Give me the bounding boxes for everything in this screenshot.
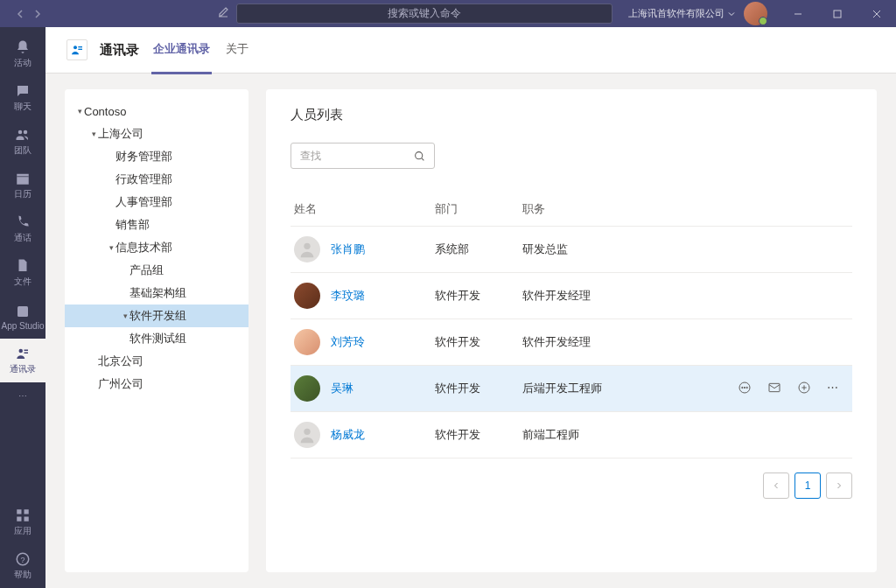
svg-rect-26 (769, 383, 780, 391)
people-table: 姓名 部门 职务 张肖鹏系统部研发总监李玟璐软件开发软件开发经理刘芳玲软件开发软… (290, 192, 852, 458)
tree-node-label: 上海公司 (98, 126, 144, 142)
people-panel: 人员列表 查找 姓名 部门 职务 张肖鹏系统部研发总监李玟璐软件开发软件开发经理… (266, 89, 877, 572)
page-next-button[interactable] (826, 472, 852, 499)
org-name-label: 上海讯首软件有限公司 (628, 7, 724, 20)
compose-icon[interactable] (217, 6, 229, 22)
person-name-link[interactable]: 张肖鹏 (331, 242, 365, 257)
table-row[interactable]: 李玟璐软件开发软件开发经理 (290, 273, 852, 319)
app-icon (66, 39, 88, 60)
person-dept: 系统部 (435, 242, 522, 257)
tree-node-label: 广州公司 (98, 376, 144, 392)
nav-forward-icon[interactable] (33, 6, 42, 22)
rail-calendar[interactable]: 日历 (0, 164, 46, 207)
tab-header: 通讯录 企业通讯录 关于 (46, 27, 896, 74)
app-rail: 活动 聊天 团队 日历 通话 文件 App Studio 通讯录 ⋯ 应用 ?帮… (0, 27, 46, 588)
people-search-input[interactable]: 查找 (290, 143, 435, 169)
user-avatar[interactable] (744, 2, 767, 25)
tree-node[interactable]: 产品组 (65, 259, 248, 282)
tree-node-label: 财务管理部 (116, 149, 172, 164)
rail-apps[interactable]: 应用 (0, 500, 46, 544)
svg-line-20 (422, 158, 424, 159)
person-name-link[interactable]: 刘芳玲 (331, 334, 365, 350)
rail-more[interactable]: ⋯ (0, 382, 46, 409)
person-dept: 软件开发 (435, 381, 522, 396)
tree-node-label: Contoso (84, 105, 126, 118)
mail-icon[interactable] (767, 381, 781, 397)
tree-node[interactable]: 北京公司 (65, 350, 248, 373)
person-role: 软件开发经理 (522, 334, 852, 350)
window-close-button[interactable] (857, 0, 896, 27)
tree-node[interactable]: ▾Contoso (65, 100, 248, 122)
tree-node[interactable]: 行政管理部 (65, 168, 248, 191)
col-role: 职务 (522, 201, 852, 217)
titlebar: 搜索或键入命令 上海讯首软件有限公司 (0, 0, 896, 27)
person-name-link[interactable]: 吴琳 (331, 381, 354, 396)
person-name-link[interactable]: 杨威龙 (331, 427, 365, 443)
svg-point-2 (18, 130, 23, 135)
chat-icon[interactable] (738, 381, 752, 397)
tree-node-label: 销售部 (116, 217, 150, 233)
svg-rect-6 (18, 306, 28, 317)
tree-caret-icon: ▾ (89, 130, 98, 138)
tree-node-label: 软件测试组 (130, 331, 186, 346)
person-name-link[interactable]: 李玟璐 (331, 288, 365, 304)
svg-rect-13 (24, 517, 29, 522)
search-icon (414, 150, 425, 162)
add-icon[interactable] (797, 381, 811, 397)
window-minimize-button[interactable] (778, 0, 817, 27)
rail-contacts[interactable]: 通讯录 (0, 339, 46, 382)
window-maximize-button[interactable] (817, 0, 857, 27)
tree-node[interactable]: 销售部 (65, 214, 248, 236)
tab-about[interactable]: 关于 (224, 26, 250, 74)
col-name: 姓名 (290, 201, 435, 217)
tree-node[interactable]: 软件测试组 (65, 327, 248, 350)
nav-back-icon[interactable] (16, 6, 24, 22)
more-icon[interactable]: ⋯ (827, 381, 840, 397)
rail-help[interactable]: ?帮助 (0, 544, 46, 588)
table-row[interactable]: 吴琳软件开发后端开发工程师⋯ (290, 366, 852, 412)
rail-activity[interactable]: 活动 (0, 32, 46, 76)
tree-node[interactable]: ▾上海公司 (65, 122, 248, 145)
person-role: 软件开发经理 (522, 288, 852, 304)
tree-caret-icon: ▾ (75, 107, 84, 116)
rail-teams[interactable]: 团队 (0, 120, 46, 164)
table-row[interactable]: 杨威龙软件开发前端工程师 (290, 412, 852, 458)
search-input[interactable]: 搜索或键入命令 (236, 4, 612, 24)
table-row[interactable]: 刘芳玲软件开发软件开发经理 (290, 319, 852, 366)
tab-enterprise-contacts[interactable]: 企业通讯录 (151, 26, 212, 74)
page-number-button[interactable]: 1 (794, 472, 821, 499)
person-role: 后端开发工程师 (522, 381, 738, 396)
tree-node[interactable]: ▾软件开发组 (65, 304, 248, 327)
tree-node[interactable]: 人事管理部 (65, 191, 248, 214)
svg-rect-1 (834, 10, 841, 18)
person-dept: 软件开发 (435, 288, 522, 304)
svg-point-23 (742, 387, 743, 388)
org-switcher[interactable]: 上海讯首软件有限公司 (628, 7, 735, 20)
svg-rect-12 (17, 517, 21, 522)
rail-chat[interactable]: 聊天 (0, 76, 46, 120)
tree-node[interactable]: 广州公司 (65, 373, 248, 396)
tree-node[interactable]: 基础架构组 (65, 282, 248, 304)
table-row[interactable]: 张肖鹏系统部研发总监 (290, 227, 852, 273)
rail-appstudio[interactable]: App Studio (0, 295, 46, 339)
person-avatar (294, 422, 320, 448)
rail-files[interactable]: 文件 (0, 251, 46, 295)
svg-point-7 (19, 349, 24, 354)
tree-node-label: 人事管理部 (116, 194, 172, 210)
table-header: 姓名 部门 职务 (290, 192, 852, 227)
svg-point-3 (24, 130, 28, 135)
svg-rect-18 (78, 49, 82, 50)
tree-node-label: 北京公司 (98, 354, 144, 369)
rail-calls[interactable]: 通话 (0, 207, 46, 251)
svg-rect-17 (78, 46, 82, 47)
svg-point-16 (74, 46, 77, 49)
svg-point-30 (304, 429, 310, 435)
svg-rect-11 (24, 509, 29, 514)
tree-node[interactable]: ▾信息技术部 (65, 236, 248, 259)
tree-node[interactable]: 财务管理部 (65, 145, 248, 168)
svg-point-24 (744, 387, 745, 388)
person-role: 研发总监 (522, 242, 852, 257)
person-role: 前端工程师 (522, 427, 852, 443)
person-avatar (294, 375, 320, 402)
page-prev-button[interactable] (763, 472, 789, 499)
